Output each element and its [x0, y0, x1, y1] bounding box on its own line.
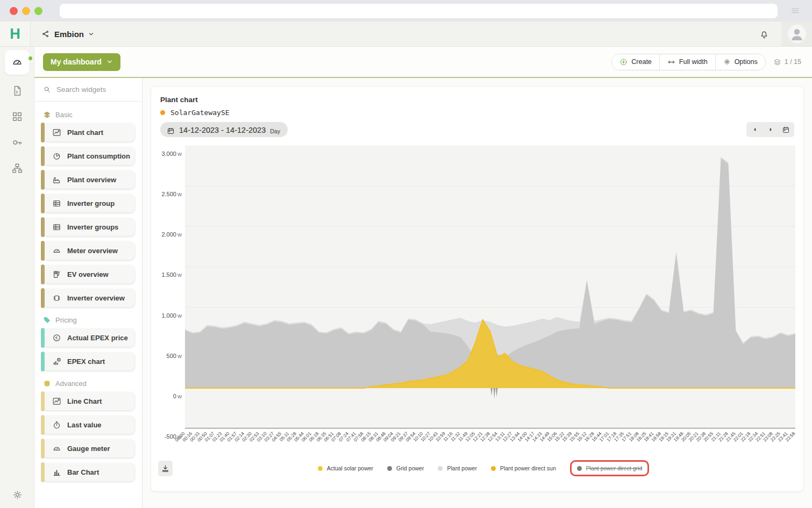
card-accent	[41, 264, 45, 284]
prev-period-button[interactable]	[748, 124, 761, 135]
legend-item-plant-power-direct-grid[interactable]: Plant power direct grid	[577, 465, 642, 471]
widget-card-plant-overview[interactable]: Plant overview	[43, 171, 134, 189]
legend-item-grid-power[interactable]: Grid power	[387, 465, 424, 471]
sidebar-item-structure[interactable]	[0, 155, 34, 181]
logo-letter: H	[10, 27, 20, 41]
search-input[interactable]	[56, 85, 126, 94]
app-topbar: H Embion	[0, 22, 812, 47]
dashboard-canvas: Plant chart SolarGatewaySE 14-12-2023 - …	[143, 78, 812, 508]
chart-svg	[185, 146, 795, 428]
y-tick-label: 3.000W	[157, 151, 182, 157]
y-tick-label: 0W	[157, 393, 182, 399]
user-menu[interactable]	[781, 22, 812, 46]
legend-label: Plant power direct sun	[500, 465, 556, 471]
org-network-icon	[41, 30, 50, 38]
sidebar-item-settings[interactable]	[12, 489, 23, 500]
search-icon	[43, 85, 51, 94]
widget-card-bar-chart[interactable]: Bar Chart	[43, 463, 134, 481]
sidebar-item-widgets[interactable]	[0, 104, 34, 130]
widget-card-label: Meter overview	[67, 247, 118, 255]
widget-title: Plant chart	[160, 96, 794, 104]
card-accent	[41, 439, 45, 459]
widget-card-label: Actual EPEX price	[67, 334, 128, 342]
card-accent	[41, 462, 45, 482]
y-tick-label: 1.500W	[157, 271, 182, 278]
browser-menu-icon[interactable]	[790, 6, 802, 16]
widget-card-inverter-group[interactable]: Inverter group	[43, 195, 134, 212]
calendar-button[interactable]	[779, 124, 793, 135]
section-label: Advanced	[55, 380, 87, 388]
device-status-dot	[160, 110, 165, 115]
card-accent	[41, 288, 45, 308]
y-tick-label: 2.500W	[157, 191, 182, 197]
calendar-icon	[167, 127, 175, 135]
widget-card-gauge-meter[interactable]: Gauge meter	[43, 440, 134, 457]
legend-item-actual-solar-power[interactable]: Actual solar power	[318, 465, 373, 471]
widget-card-plant-consumption[interactable]: Plant consumption	[43, 147, 134, 165]
widget-card-ev-overview[interactable]: EV overview	[43, 266, 134, 283]
chart-plot-area[interactable]: 00:0000:1600:3300:5001:0701:2301:4001:57…	[185, 146, 795, 453]
create-button[interactable]: Create	[612, 54, 660, 70]
next-period-button[interactable]	[764, 124, 777, 135]
dashboard-selector-button[interactable]: My dashboard	[43, 53, 120, 71]
dashboard-page-indicator: 1 / 15	[773, 58, 801, 66]
legend-dot	[438, 466, 443, 471]
download-button[interactable]	[158, 461, 173, 476]
section-label: Basic	[55, 111, 73, 119]
dashboard-header: My dashboard Create Full width O	[34, 47, 812, 78]
sidebar-item-access-keys[interactable]	[0, 130, 34, 155]
app-logo[interactable]: H	[0, 22, 31, 46]
notifications-bell-icon[interactable]	[759, 28, 770, 39]
table-icon	[52, 199, 61, 208]
legend-dot	[387, 466, 392, 471]
widget-search	[34, 78, 142, 102]
y-tick-label: 1.000W	[157, 312, 182, 319]
svg-text:€: €	[55, 335, 58, 340]
widget-card-last-value[interactable]: Last value	[43, 416, 134, 434]
sidebar-item-billing[interactable]: €	[0, 78, 34, 104]
key-icon	[11, 137, 23, 148]
chart-footer: Actual solar powerGrid powerPlant powerP…	[160, 456, 794, 480]
legend-item-plant-power-direct-sun[interactable]: Plant power direct sun	[491, 465, 556, 471]
tag-icon	[43, 316, 51, 324]
header-actions: Create Full width Options	[611, 54, 765, 70]
meter-icon	[52, 246, 61, 255]
window-close-button[interactable]	[10, 7, 18, 15]
device-row: SolarGatewaySE	[160, 109, 794, 117]
chip-icon	[52, 294, 61, 303]
widget-card-epex-chart[interactable]: €EPEX chart	[43, 353, 134, 370]
legend-item-plant-power[interactable]: Plant power	[438, 465, 476, 471]
window-maximize-button[interactable]	[34, 7, 42, 15]
bar-chart-icon	[52, 468, 61, 477]
widget-card-actual-epex-price[interactable]: €Actual EPEX price	[43, 329, 134, 347]
org-selector[interactable]: Embion	[31, 22, 94, 46]
table-icon	[52, 223, 61, 232]
window-minimize-button[interactable]	[22, 7, 30, 15]
options-button[interactable]: Options	[716, 54, 765, 70]
chart-legend: Actual solar powerGrid powerPlant powerP…	[318, 460, 650, 476]
section-header-pricing: Pricing	[43, 316, 142, 324]
full-width-button[interactable]: Full width	[660, 54, 716, 70]
y-tick-label: 500W	[157, 353, 182, 359]
widget-card-inverter-groups[interactable]: Inverter groups	[43, 218, 134, 236]
date-range-picker[interactable]: 14-12-2023 - 14-12-2023 Day	[160, 122, 288, 137]
y-tick-label: -500W	[157, 433, 182, 440]
address-bar[interactable]	[60, 4, 778, 18]
plant-chart-widget: Plant chart SolarGatewaySE 14-12-2023 - …	[151, 86, 804, 492]
date-nav-group	[746, 122, 794, 137]
widget-card-line-chart[interactable]: Line Chart	[43, 392, 134, 410]
arrows-horizontal-icon	[667, 58, 675, 66]
widget-card-label: Inverter overview	[67, 294, 125, 302]
coin-chart-icon: €	[52, 357, 61, 366]
date-granularity: Day	[270, 128, 280, 134]
sidebar-item-dashboard[interactable]	[0, 47, 34, 78]
widget-card-meter-overview[interactable]: Meter overview	[43, 242, 134, 260]
active-indicator-dot	[29, 56, 32, 60]
card-accent	[41, 146, 45, 166]
layers-icon	[43, 111, 51, 119]
widget-card-inverter-overview[interactable]: Inverter overview	[43, 289, 134, 307]
widget-card-plant-chart[interactable]: Plant chart	[43, 124, 134, 141]
section-header-advanced: Advanced	[43, 380, 142, 388]
grid-icon	[11, 111, 23, 123]
section-header-basic: Basic	[43, 111, 142, 119]
